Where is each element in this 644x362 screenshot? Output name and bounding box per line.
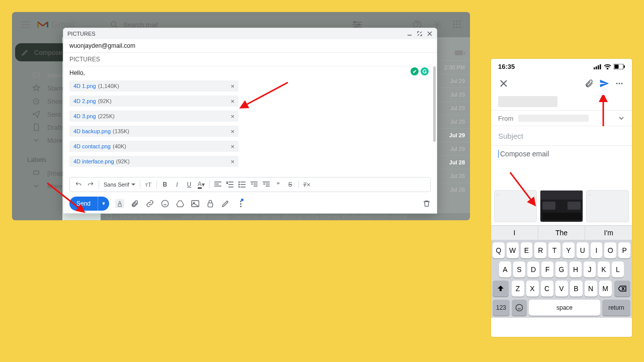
- return-key[interactable]: return: [602, 300, 630, 316]
- key-n[interactable]: N: [585, 281, 597, 297]
- close-icon[interactable]: [427, 31, 433, 37]
- body-field[interactable]: Compose email: [491, 146, 632, 162]
- send-icon[interactable]: [599, 78, 610, 89]
- image-icon[interactable]: [191, 199, 200, 208]
- key-c[interactable]: C: [541, 281, 553, 297]
- send-button[interactable]: Send ▼: [69, 197, 109, 211]
- grammarly-widget[interactable]: ✔ G: [411, 67, 429, 75]
- quote-icon[interactable]: ”: [273, 179, 284, 190]
- font-select[interactable]: Sans Serif: [102, 182, 137, 188]
- mail-row-snippet[interactable]: ☆ ClickUp Notificatio. slack quote messa…: [101, 213, 470, 220]
- key-f[interactable]: F: [541, 261, 553, 278]
- link-icon[interactable]: [145, 199, 154, 208]
- attachment-thumb[interactable]: ...: [494, 190, 537, 222]
- indent-less-icon[interactable]: [249, 179, 260, 190]
- emoji-icon[interactable]: [160, 199, 170, 208]
- indent-more-icon[interactable]: [261, 179, 272, 190]
- key-w[interactable]: W: [507, 242, 519, 258]
- recipient-chip[interactable]: [498, 96, 557, 107]
- compose-title-bar[interactable]: PICTURES: [63, 28, 437, 39]
- key-y[interactable]: Y: [562, 242, 575, 258]
- remove-attachment-icon[interactable]: ×: [230, 143, 234, 150]
- compose-body[interactable]: Hello, ✔ G 4D 1.png(1,140K)×4D 2.png(92K…: [63, 66, 437, 177]
- key-t[interactable]: T: [548, 242, 560, 258]
- attachment-thumb[interactable]: ...: [586, 190, 629, 222]
- scrollbar[interactable]: [433, 66, 436, 142]
- key-g[interactable]: G: [555, 261, 568, 278]
- attachment-chip[interactable]: 4D contact.png(40K)×: [69, 141, 238, 152]
- strike-icon[interactable]: S: [285, 179, 296, 190]
- attachment-thumb[interactable]: [540, 190, 583, 222]
- key-h[interactable]: H: [570, 261, 582, 278]
- key-e[interactable]: E: [521, 242, 533, 258]
- hamburger-icon[interactable]: [21, 21, 30, 28]
- search-options-icon[interactable]: [353, 21, 362, 28]
- drive-icon[interactable]: [176, 199, 185, 208]
- from-field[interactable]: From: [491, 111, 632, 126]
- attach-icon[interactable]: [130, 199, 139, 208]
- attachment-chip[interactable]: 4D 3.png(225K)×: [69, 111, 238, 122]
- redo-icon[interactable]: [85, 179, 96, 190]
- key-r[interactable]: R: [534, 242, 546, 258]
- align-icon[interactable]: [212, 179, 223, 190]
- key-q[interactable]: Q: [493, 242, 505, 258]
- key-p[interactable]: P: [618, 242, 630, 258]
- key-m[interactable]: M: [599, 281, 612, 297]
- ordered-list-icon[interactable]: 1: [224, 179, 235, 190]
- attachment-chip[interactable]: 4D interface.png(92K)×: [69, 156, 238, 167]
- fullscreen-icon[interactable]: [417, 31, 423, 37]
- text-color-icon[interactable]: A▾: [196, 179, 207, 190]
- attachment-chip[interactable]: 4D 2.png(92K)×: [69, 96, 238, 107]
- space-key[interactable]: space: [529, 300, 600, 316]
- send-more-icon[interactable]: ▼: [98, 197, 109, 211]
- key-z[interactable]: Z: [512, 281, 524, 297]
- key-o[interactable]: O: [604, 242, 616, 258]
- remove-attachment-icon[interactable]: ×: [230, 98, 234, 105]
- close-icon[interactable]: [498, 78, 509, 89]
- remove-attachment-icon[interactable]: ×: [230, 82, 234, 90]
- grammarly-icon[interactable]: ✔: [411, 67, 419, 75]
- attach-icon[interactable]: [584, 78, 595, 89]
- numbers-key[interactable]: 123: [493, 300, 510, 316]
- key-l[interactable]: L: [612, 261, 624, 278]
- key-x[interactable]: X: [526, 281, 539, 297]
- key-d[interactable]: D: [527, 261, 539, 278]
- font-size-icon[interactable]: тT: [143, 179, 154, 190]
- remove-attachment-icon[interactable]: ×: [230, 113, 234, 120]
- italic-icon[interactable]: I: [172, 179, 183, 190]
- more-icon[interactable]: [614, 78, 625, 89]
- confidential-icon[interactable]: [206, 199, 215, 208]
- grammarly-icon[interactable]: G: [421, 67, 429, 75]
- key-a[interactable]: A: [499, 261, 511, 278]
- shift-key[interactable]: [493, 281, 509, 297]
- to-field[interactable]: [491, 93, 632, 111]
- key-u[interactable]: U: [577, 242, 589, 258]
- remove-attachment-icon[interactable]: ×: [230, 158, 234, 165]
- attachment-chip[interactable]: 4D 1.png(1,140K)×: [69, 80, 238, 92]
- suggestion[interactable]: The: [538, 226, 586, 240]
- backspace-key[interactable]: [614, 281, 630, 297]
- apps-icon[interactable]: [453, 20, 461, 29]
- signature-icon[interactable]: [221, 199, 230, 208]
- chevron-down-icon[interactable]: [618, 115, 625, 122]
- subject-field[interactable]: PICTURES: [63, 53, 437, 66]
- star-icon[interactable]: ☆: [114, 213, 118, 220]
- underline-icon[interactable]: U: [184, 179, 195, 190]
- more-icon[interactable]: [236, 199, 245, 208]
- minimize-icon[interactable]: [407, 31, 413, 37]
- discard-icon[interactable]: [423, 200, 431, 208]
- key-b[interactable]: B: [570, 281, 583, 297]
- checkbox-icon[interactable]: [107, 214, 112, 219]
- input-tools-icon[interactable]: [436, 46, 470, 60]
- suggestion[interactable]: I'm: [585, 226, 632, 240]
- key-i[interactable]: I: [591, 242, 603, 258]
- formatting-icon[interactable]: A: [115, 199, 124, 208]
- bullet-list-icon[interactable]: [236, 179, 248, 190]
- key-s[interactable]: S: [513, 261, 525, 278]
- attachment-chip[interactable]: 4D backup.png(135K)×: [69, 126, 238, 137]
- key-k[interactable]: K: [598, 261, 610, 278]
- key-v[interactable]: V: [555, 281, 568, 297]
- clear-format-icon[interactable]: T✕: [301, 179, 312, 190]
- bold-icon[interactable]: B: [159, 179, 171, 190]
- emoji-key[interactable]: [512, 300, 527, 316]
